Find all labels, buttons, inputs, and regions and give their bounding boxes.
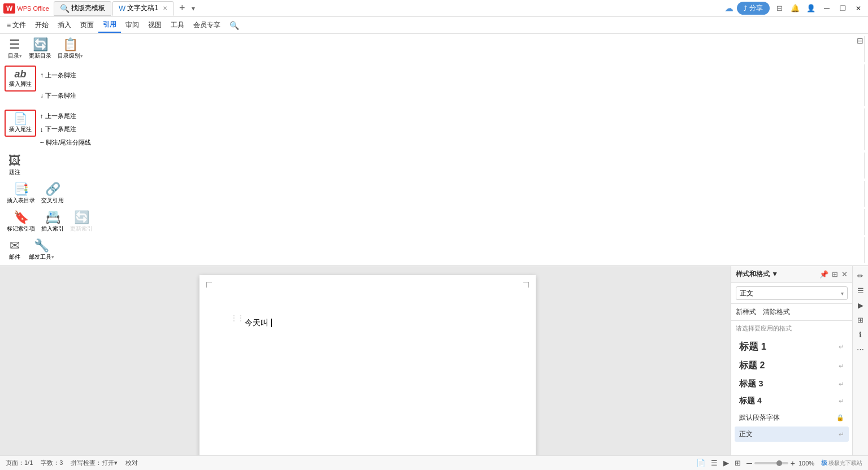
panel-header: 样式和格式 ▼ 📌 ⊞ ✕ [731,266,852,283]
insert-endnote-button[interactable]: 📄 插入尾注 [5,110,36,137]
zoom-out-button[interactable]: ─ [747,459,752,468]
mark-index-icon: 🔖 [14,211,29,224]
endnote-sep-button[interactable]: ╌ 脚注/尾注分隔线 [38,138,93,147]
insert-endnote-label: 插入尾注 [9,125,32,133]
panel-close-button[interactable]: ✕ [841,270,848,278]
doc-text: 今天叫 [245,319,268,327]
status-bar: 页面：1/1 字数：3 拼写检查：打开▾ 校对 📄 ☰ ▶ ⊞ ─ + 100%… [0,455,868,470]
update-toc-button[interactable]: 🔄 更新目录 [27,37,54,61]
menu-insert[interactable]: 插入 [53,18,76,32]
style-item-h4[interactable]: 标题 4 ↵ [735,393,849,409]
endnote-stacked: ↑ 上一条尾注 ↓ 下一条尾注 ╌ 脚注/尾注分隔线 [38,110,93,149]
mail-button[interactable]: ✉ 邮件 [5,238,25,262]
menu-page[interactable]: 页面 [76,18,98,32]
mark-index-label: 标记索引项 [7,225,35,233]
tab-more-button[interactable]: ▾ [189,5,197,12]
style-dropdown[interactable]: 正文 ▾ [736,286,848,300]
insert-index-button[interactable]: 📇 插入索引 [39,210,66,234]
mail-merge-button[interactable]: 🔧 邮发工具▾ [27,238,57,262]
window-pin-button[interactable]: ⊟ [773,2,785,15]
style-actions: 新样式 清除格式 [731,304,852,321]
prev-endnote-button[interactable]: ↑ 上一条尾注 [38,111,93,121]
menu-references[interactable]: 引用 [98,18,121,33]
zoom-slider-track[interactable] [754,462,788,464]
toc-level-button[interactable]: 📋 目录级别▾ [55,37,85,61]
menu-review[interactable]: 审阅 [121,18,144,32]
insert-index-label: 插入索引 [41,225,64,233]
insert-footnote-button[interactable]: ab 插入脚注 [5,66,36,92]
side-icon-edit[interactable]: ✏ [854,269,867,282]
tab-doc[interactable]: W 文字文稿1 ✕ [112,1,173,16]
side-icon-play[interactable]: ▶ [854,299,867,311]
side-icon-expand[interactable]: ⊞ [854,314,867,326]
ribbon-group-mail: ✉ 邮件 🔧 邮发工具▾ [3,237,865,263]
text-cursor [269,319,272,327]
view-list-icon[interactable]: ☰ [711,459,718,467]
panel-pin-button[interactable]: 📌 [819,270,828,278]
left-margin [0,266,5,470]
style-h4-enter: ↵ [839,397,844,405]
clear-format-link[interactable]: 清除格式 [763,307,790,317]
mail-icon: ✉ [10,240,20,252]
tab-add-button[interactable]: + [175,1,190,16]
zoom-slider-thumb[interactable] [776,460,782,466]
window-restore-button[interactable]: ❐ [836,2,849,15]
insert-toc-button[interactable]: 📑 插入表目录 [5,182,37,206]
mark-index-button[interactable]: 🔖 标记索引项 [5,210,37,234]
toc-icon: ☰ [9,38,20,51]
tab-template[interactable]: 🔍 找版壳模板 [54,1,111,16]
style-item-h3[interactable]: 标题 3 ↵ [735,376,849,392]
share-button[interactable]: ⤴ 分享 [737,2,770,15]
new-style-link[interactable]: 新样式 [736,307,756,317]
toc-button[interactable]: ☰ 目录▾ [5,37,25,61]
next-footnote-button[interactable]: ↓ 下一条脚注 [38,90,79,101]
view-play-icon[interactable]: ▶ [723,459,729,467]
cross-ref-button[interactable]: 🔗 交叉引用 [39,182,66,206]
ribbon-group-caption: 🖼 题注 [3,153,865,179]
document-content[interactable]: 今天叫 [245,316,491,470]
update-index-icon: 🔄 [74,211,89,224]
caption-button[interactable]: 🖼 题注 [5,154,25,177]
prev-footnote-button[interactable]: ↑ 上一条脚注 [38,70,79,81]
paragraph-handle[interactable]: ⋮⋮ [231,314,244,322]
next-footnote-icon: ↓ [40,92,44,99]
style-item-h2[interactable]: 标题 2 ↵ [735,357,849,375]
menu-tools[interactable]: 工具 [166,18,189,32]
window-minimize-button[interactable]: ─ [821,2,833,15]
document-area[interactable]: ⋮⋮ 今天叫 [5,266,731,470]
prev-footnote-label: 上一条脚注 [45,71,76,80]
menu-file[interactable]: ≡ 文件 [2,18,31,32]
next-endnote-button[interactable]: ↓ 下一条尾注 [38,124,93,134]
style-dropdown-arrow: ▾ [841,290,844,297]
menu-member[interactable]: 会员专享 [189,18,225,32]
side-icon-info[interactable]: ℹ [854,328,867,341]
cloud-save-icon[interactable]: ☁ [724,3,734,14]
window-close-button[interactable]: ✕ [852,2,865,15]
style-item-h1[interactable]: 标题 1 ↵ [735,337,849,356]
update-index-button[interactable]: 🔄 更新索引 [68,210,95,234]
menu-view[interactable]: 视图 [144,18,166,32]
wps-logo[interactable]: W WPS Office [3,3,49,14]
wps-office-label: WPS Office [17,5,49,12]
endnote-sep-icon: ╌ [40,139,44,146]
cross-ref-icon: 🔗 [45,183,60,195]
mail-label: 邮件 [9,253,20,261]
menu-home[interactable]: 开始 [31,18,53,32]
word-count: 字数：3 [41,459,63,467]
toc-level-icon: 📋 [63,38,78,51]
spell-check[interactable]: 拼写检查：打开▾ [71,459,118,467]
side-icon-more[interactable]: ⋯ [854,343,867,355]
window-account-button[interactable]: 👤 [805,2,817,15]
menu-search-icon[interactable]: 🔍 [229,21,239,30]
style-h2-enter: ↵ [839,362,844,370]
ribbon-collapse-button[interactable]: ⊟ [857,36,863,45]
style-item-normal[interactable]: 正文 ↵ [735,427,849,442]
view-normal-icon[interactable]: 📄 [696,459,705,467]
style-item-default-font[interactable]: 默认段落字体 🔒 [735,410,849,425]
panel-expand-button[interactable]: ⊞ [832,270,838,278]
tab-close-icon[interactable]: ✕ [163,5,167,11]
window-search-button[interactable]: 🔔 [789,2,801,15]
zoom-in-button[interactable]: + [791,459,795,468]
view-expand-icon[interactable]: ⊞ [735,459,741,467]
side-icon-list[interactable]: ☰ [854,284,867,297]
